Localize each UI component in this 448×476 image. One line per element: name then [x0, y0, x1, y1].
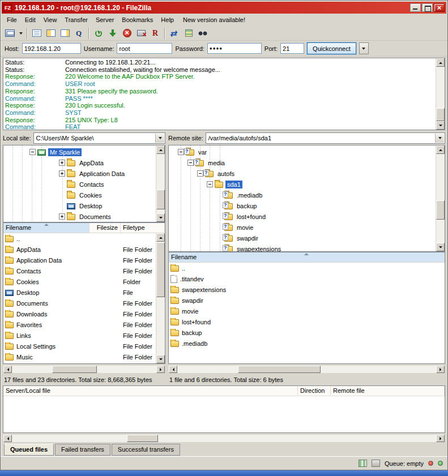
remote-tree-scrollbar[interactable] — [436, 145, 445, 251]
file-row[interactable]: swapextensions — [169, 284, 445, 295]
log-scrollbar[interactable] — [436, 58, 445, 130]
scroll-up-button[interactable] — [156, 145, 165, 154]
maximize-button[interactable] — [422, 3, 433, 12]
scroll-right-button[interactable] — [156, 366, 165, 373]
menu-view[interactable]: View — [40, 15, 61, 25]
toggle-local-tree-button[interactable] — [44, 27, 58, 40]
toggle-log-button[interactable] — [30, 27, 44, 40]
tree-item[interactable]: Documents — [3, 211, 155, 222]
cancel-button[interactable] — [120, 27, 134, 40]
menu-transfer[interactable]: Transfer — [61, 15, 92, 25]
tab-failed-transfers[interactable]: Failed transfers — [55, 444, 110, 456]
scroll-down-button[interactable] — [436, 121, 445, 130]
remote-site-combobox[interactable]: /var/media/autofs/sda1 — [206, 132, 445, 144]
scroll-left-button[interactable] — [169, 366, 177, 373]
reconnect-button[interactable] — [148, 27, 162, 40]
synchronized-browsing-button[interactable] — [168, 27, 181, 40]
column-header-remote-file[interactable]: Remote file — [331, 386, 445, 396]
username-input[interactable] — [117, 43, 172, 54]
tab-queued-files[interactable]: Queued files — [4, 444, 54, 456]
expand-icon[interactable] — [59, 170, 65, 177]
file-row[interactable]: DesktopFile — [3, 287, 165, 298]
scroll-up-button[interactable] — [156, 233, 165, 242]
expand-icon[interactable] — [59, 160, 65, 166]
quickconnect-dropdown-button[interactable] — [359, 42, 369, 54]
tree-item[interactable]: sda1 — [169, 179, 435, 190]
local-list-hscrollbar[interactable] — [3, 365, 165, 374]
tree-item[interactable]: Desktop — [3, 200, 155, 211]
column-header-filename[interactable]: Filename — [169, 252, 445, 262]
column-header-filetype[interactable]: Filetype — [121, 223, 165, 233]
scroll-thumb[interactable] — [436, 200, 445, 220]
tab-successful-transfers[interactable]: Successful transfers — [112, 444, 180, 456]
find-files-button[interactable] — [196, 27, 210, 40]
file-row[interactable]: Local SettingsFile Folder — [3, 341, 165, 351]
file-row[interactable]: Application DataFile Folder — [3, 255, 165, 265]
file-row[interactable]: .titandev — [169, 273, 445, 284]
scroll-thumb[interactable] — [127, 435, 158, 442]
tree-item[interactable]: Contacts — [3, 179, 155, 190]
scroll-thumb[interactable] — [156, 242, 165, 297]
file-row[interactable]: DocumentsFile Folder — [3, 298, 165, 308]
scroll-thumb[interactable] — [436, 108, 445, 121]
column-header-server-local-file[interactable]: Server/Local file — [3, 386, 298, 396]
scroll-right-button[interactable] — [436, 435, 445, 442]
file-row[interactable]: MusicFile Folder — [3, 351, 165, 362]
password-input[interactable] — [207, 43, 262, 54]
quickconnect-button[interactable]: Quickconnect — [307, 42, 356, 54]
expand-icon[interactable] — [59, 213, 65, 220]
local-list-scrollbar[interactable] — [156, 233, 165, 363]
tree-item[interactable]: media — [169, 157, 435, 168]
column-header-direction[interactable]: Direction — [298, 386, 331, 396]
port-input[interactable] — [280, 43, 304, 54]
menu-bookmarks[interactable]: Bookmarks — [118, 15, 157, 25]
scroll-down-button[interactable] — [436, 243, 445, 251]
scroll-thumb[interactable] — [156, 190, 165, 209]
menu-edit[interactable]: Edit — [21, 15, 40, 25]
scroll-left-button[interactable] — [3, 366, 12, 373]
collapse-icon[interactable] — [207, 181, 213, 187]
scroll-down-button[interactable] — [156, 355, 165, 363]
collapse-icon[interactable] — [197, 170, 203, 177]
tree-item[interactable]: Application Data — [3, 168, 155, 179]
scroll-up-button[interactable] — [436, 58, 445, 67]
title-bar[interactable]: FZ 192.168.1.20 - root@192.168.1.20 - Fi… — [2, 2, 446, 14]
file-row[interactable]: movie — [169, 306, 445, 316]
menu-new-version-notice[interactable]: New version available! — [179, 15, 249, 25]
refresh-button[interactable] — [92, 27, 105, 40]
minimize-button[interactable] — [410, 3, 421, 12]
collapse-icon[interactable] — [187, 160, 194, 166]
scroll-down-button[interactable] — [156, 213, 165, 222]
tree-item[interactable]: backup — [169, 200, 435, 211]
file-row[interactable]: backup — [169, 327, 445, 338]
file-row[interactable]: .mediadb — [169, 338, 445, 349]
tree-item[interactable]: autofs — [169, 168, 435, 179]
queue-hscrollbar[interactable] — [3, 434, 445, 443]
combo-dropdown-button[interactable] — [155, 134, 164, 143]
tree-item[interactable]: lost+found — [169, 211, 435, 222]
tree-item[interactable]: Cookies — [3, 190, 155, 200]
file-row[interactable]: ContactsFile Folder — [3, 265, 165, 276]
tree-item[interactable]: Mr Sparkle — [3, 147, 155, 157]
scroll-thumb[interactable] — [52, 366, 97, 373]
toggle-remote-tree-button[interactable] — [58, 27, 72, 40]
remote-list-hscrollbar[interactable] — [168, 365, 445, 374]
combo-dropdown-button[interactable] — [435, 134, 444, 143]
tree-item[interactable]: var — [169, 147, 435, 157]
file-row[interactable]: swapdir — [169, 295, 445, 306]
filename-filters-button[interactable] — [72, 27, 86, 40]
scroll-up-button[interactable] — [436, 145, 445, 154]
tree-item[interactable]: movie — [169, 222, 435, 233]
close-button[interactable] — [434, 3, 445, 12]
tree-item[interactable]: .mediadb — [169, 190, 435, 200]
file-row[interactable]: lost+found — [169, 316, 445, 327]
column-header-filename[interactable]: Filename — [3, 223, 89, 233]
file-row[interactable]: FavoritesFile Folder — [3, 319, 165, 330]
file-row[interactable]: .. — [3, 233, 165, 244]
menu-server[interactable]: Server — [92, 15, 118, 25]
tree-item[interactable]: swapdir — [169, 233, 435, 243]
scroll-right-button[interactable] — [436, 366, 445, 373]
site-manager-dropdown[interactable] — [17, 27, 24, 40]
file-row[interactable]: AppDataFile Folder — [3, 244, 165, 255]
tree-item[interactable]: swapextensions — [169, 243, 435, 252]
